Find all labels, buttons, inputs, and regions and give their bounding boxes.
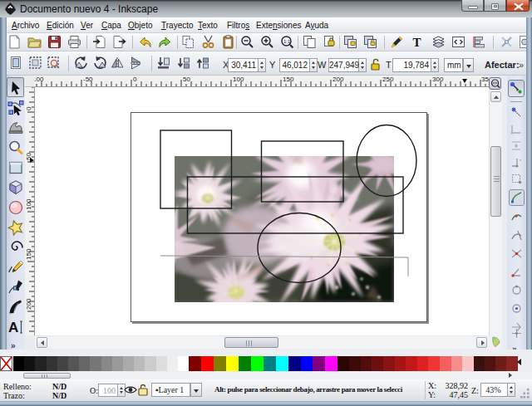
svg-text:100: 100	[233, 76, 244, 83]
svg-text:1:1: 1:1	[283, 39, 291, 44]
svg-text:100: 100	[25, 198, 32, 210]
svg-text:0: 0	[133, 76, 137, 83]
svg-text:150: 150	[283, 76, 294, 83]
svg-text:150: 150	[25, 248, 32, 260]
svg-text:100: 100	[35, 76, 44, 83]
svg-text:A: A	[8, 320, 18, 335]
svg-text:T: T	[413, 36, 421, 49]
svg-text:0: 0	[25, 106, 32, 110]
svg-text:50: 50	[183, 76, 190, 83]
svg-text:200: 200	[332, 76, 344, 83]
svg-text:350: 350	[481, 76, 489, 83]
svg-text:300: 300	[432, 76, 444, 83]
svg-text:250: 250	[382, 76, 394, 83]
svg-text:-50: -50	[83, 76, 93, 83]
svg-text:200: 200	[25, 298, 32, 310]
